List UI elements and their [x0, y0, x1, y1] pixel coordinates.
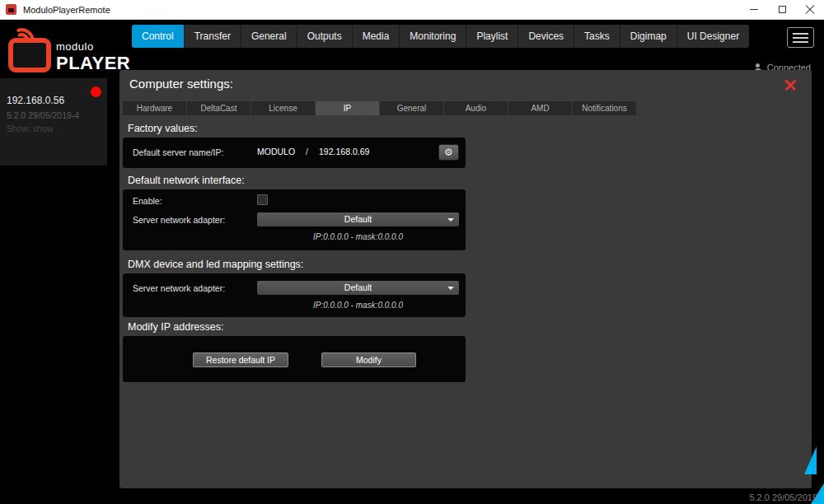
tab-media[interactable]: Media: [353, 25, 400, 48]
app-icon: [6, 4, 16, 15]
settings-subtab-bar: Hardware DeltaCast License IP General Au…: [123, 101, 636, 115]
minimize-icon: [750, 9, 758, 10]
subtab-general[interactable]: General: [380, 101, 443, 115]
panel-close-icon[interactable]: [784, 79, 797, 91]
chevron-down-icon: [447, 287, 454, 290]
enable-checkbox[interactable]: [257, 194, 268, 205]
logo-text: modulo PLAYER: [56, 41, 130, 72]
server-list-item[interactable]: 192.168.0.56 5.2.0 29/05/2019-4 Show: sh…: [0, 78, 107, 166]
tab-playlist[interactable]: Playlist: [466, 25, 518, 48]
subtab-amd[interactable]: AMD: [508, 101, 572, 115]
main-tab-bar: Control Transfer General Outputs Media M…: [132, 25, 749, 48]
tab-general[interactable]: General: [241, 25, 297, 48]
restore-default-ip-button[interactable]: Restore default IP: [193, 352, 288, 367]
modify-ip-heading: Modify IP addresses:: [128, 321, 224, 333]
menu-button[interactable]: [787, 27, 814, 48]
tab-devices[interactable]: Devices: [518, 25, 574, 48]
window-title: ModuloPlayerRemote: [23, 5, 110, 15]
network-interface-heading: Default network interface:: [128, 175, 245, 186]
server-ip-value: 192.168.0.69: [319, 147, 369, 156]
dmx-ip-mask: IP:0.0.0.0 - mask:0.0.0.0: [257, 301, 459, 310]
server-version: 5.2.0 29/05/2019-4: [7, 110, 107, 120]
close-icon: [805, 5, 815, 15]
factory-settings-button[interactable]: ⚙: [438, 144, 459, 161]
minimize-button[interactable]: [740, 0, 768, 19]
subtab-ip[interactable]: IP: [316, 101, 379, 115]
default-server-value: MODULO / 192.168.0.69: [257, 147, 369, 156]
window-controls: [740, 0, 824, 19]
server-show-line: Show: show: [7, 124, 107, 133]
gear-icon: ⚙: [444, 147, 453, 158]
network-adapter-value: Default: [344, 214, 372, 224]
status-dot-icon: [91, 86, 101, 97]
chevron-down-icon: [447, 218, 454, 222]
maximize-button[interactable]: [768, 0, 796, 19]
panel-title: Computer settings:: [129, 77, 233, 91]
dmx-adapter-dropdown[interactable]: Default: [257, 281, 459, 295]
computer-settings-panel: Computer settings: Hardware DeltaCast Li…: [119, 70, 812, 488]
modify-ip-box: Restore default IP Modify: [123, 336, 466, 382]
tab-transfer[interactable]: Transfer: [185, 25, 241, 48]
hamburger-icon: [793, 33, 808, 35]
dmx-adapter-value: Default: [344, 282, 372, 292]
tab-outputs[interactable]: Outputs: [297, 25, 353, 48]
tab-ui-designer[interactable]: UI Designer: [677, 25, 749, 48]
dmx-adapter-label: Server network adapter:: [133, 283, 225, 293]
subtab-license[interactable]: License: [251, 101, 315, 115]
monitor-icon: [8, 38, 51, 72]
tab-tasks[interactable]: Tasks: [574, 25, 620, 48]
network-ip-mask: IP:0.0.0.0 - mask:0.0.0.0: [257, 232, 459, 241]
separator: /: [306, 147, 308, 156]
subtab-notifications[interactable]: Notifications: [573, 101, 636, 115]
enable-label: Enable:: [133, 196, 162, 206]
footer-version: 5.2.0 29/05/2019: [749, 492, 817, 502]
default-server-label: Default server name/IP:: [133, 147, 223, 157]
titlebar: ModuloPlayerRemote: [0, 0, 824, 20]
network-interface-box: Enable: Server network adapter: Default …: [123, 189, 466, 250]
factory-values-heading: Factory values:: [128, 123, 198, 134]
tab-monitoring[interactable]: Monitoring: [400, 25, 466, 48]
network-adapter-dropdown[interactable]: Default: [257, 212, 459, 226]
subtab-hardware[interactable]: Hardware: [123, 101, 186, 115]
subtab-audio[interactable]: Audio: [444, 101, 508, 115]
modulo-player-logo: modulo PLAYER: [7, 21, 130, 77]
dmx-settings-heading: DMX device and led mapping settings:: [128, 259, 303, 270]
logo-player-text: PLAYER: [56, 54, 130, 72]
close-button[interactable]: [796, 0, 824, 19]
tab-digimap[interactable]: Digimap: [620, 25, 677, 48]
dmx-settings-box: Server network adapter: Default IP:0.0.0…: [123, 273, 466, 317]
network-adapter-label: Server network adapter:: [133, 215, 225, 225]
tab-control[interactable]: Control: [132, 25, 185, 48]
server-list: 192.168.0.56 5.2.0 29/05/2019-4 Show: sh…: [0, 78, 107, 166]
maximize-icon: [779, 6, 786, 13]
logo-modulo-text: modulo: [56, 41, 130, 52]
modify-button[interactable]: Modify: [321, 352, 416, 367]
subtab-deltacast[interactable]: DeltaCast: [187, 101, 250, 115]
factory-values-box: Default server name/IP: MODULO / 192.168…: [123, 138, 466, 168]
server-name-value: MODULO: [257, 147, 295, 156]
server-ip: 192.168.0.56: [7, 95, 107, 106]
